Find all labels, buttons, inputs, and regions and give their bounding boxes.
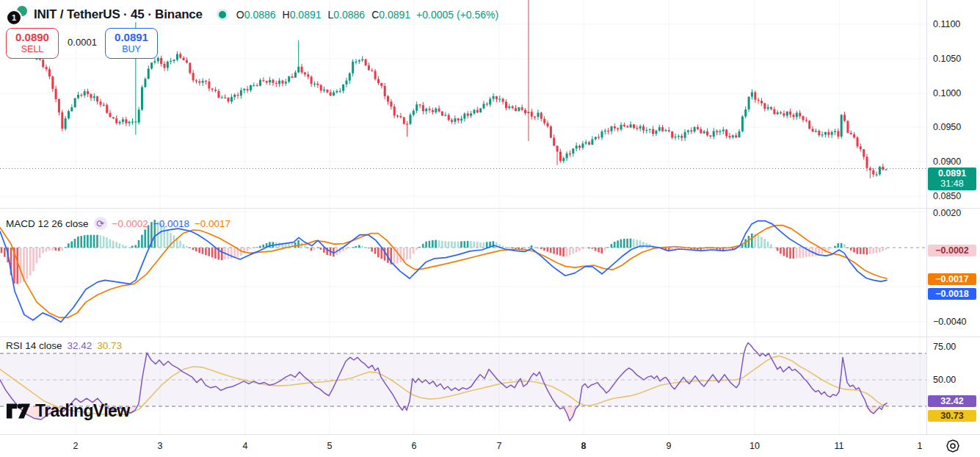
buy-label: BUY bbox=[122, 45, 141, 55]
sell-label: SELL bbox=[21, 45, 44, 55]
pane-separator-macd[interactable] bbox=[0, 208, 980, 209]
macd-value-badge: −0.0017 bbox=[928, 273, 976, 285]
rsi-tick: 75.00 bbox=[933, 342, 956, 352]
rsi-value: 32.42 bbox=[68, 340, 92, 351]
macd-refresh-icon[interactable]: ⟳ bbox=[94, 217, 107, 230]
spread-value: 0.0001 bbox=[65, 35, 100, 49]
sell-price: 0.0890 bbox=[15, 32, 49, 44]
buy-button[interactable]: 0.0891 BUY bbox=[105, 28, 158, 59]
tradingview-logo-text: TradingView bbox=[35, 401, 129, 421]
price-tick: 0.0900 bbox=[933, 156, 961, 167]
time-tick: 4 bbox=[243, 441, 248, 451]
init-logo-icon: 1 bbox=[6, 10, 22, 26]
macd-indicator-legend[interactable]: MACD 12 26 close ⟳ −0.0002 −0.0018 −0.00… bbox=[6, 217, 231, 230]
ohlc-readout: O0.0886H0.0891L0.0886C0.0891 bbox=[236, 9, 410, 21]
macd-line-value: −0.0018 bbox=[153, 218, 189, 229]
tradingview-logo-icon bbox=[6, 403, 31, 420]
ohlc-l: L0.0886 bbox=[328, 9, 366, 21]
price-tick: 0.1100 bbox=[933, 19, 960, 29]
tradingview-chart-window: 1 INIT / TetherUS · 45 · Binance O0.0886… bbox=[0, 0, 980, 457]
buy-price: 0.0891 bbox=[115, 32, 148, 44]
time-tick: 6 bbox=[412, 441, 417, 451]
market-status-dot-icon bbox=[219, 11, 226, 18]
time-tick: 10 bbox=[749, 441, 760, 451]
macd-value-badge: −0.0002 bbox=[928, 245, 976, 256]
price-tick: 0.0850 bbox=[933, 191, 961, 201]
time-tick: 5 bbox=[327, 441, 333, 451]
macd-tick: 0.0020 bbox=[933, 208, 961, 218]
time-tick: 8 bbox=[581, 441, 587, 451]
tradingview-watermark[interactable]: TradingView bbox=[6, 401, 129, 421]
rsi-tick: 50.00 bbox=[933, 375, 956, 385]
macd-hist-value: −0.0002 bbox=[112, 218, 148, 229]
symbol-pair-logo: 1 bbox=[6, 4, 28, 25]
rsi-value-badge: 32.42 bbox=[928, 395, 976, 407]
time-axis[interactable]: 2345678910111 bbox=[0, 434, 980, 457]
price-tick: 0.1000 bbox=[933, 88, 961, 98]
rsi-value-badge: 30.73 bbox=[928, 410, 976, 422]
macd-legend-title[interactable]: MACD 12 26 close bbox=[6, 218, 89, 229]
ohlc-o: O0.0886 bbox=[236, 9, 276, 21]
pane-separator-rsi[interactable] bbox=[0, 337, 980, 337]
time-tick: 2 bbox=[73, 441, 79, 451]
time-tick: 11 bbox=[835, 441, 844, 451]
sell-button[interactable]: 0.0890 SELL bbox=[6, 28, 59, 59]
last-price-badge: 0.0891 31:48 bbox=[928, 168, 976, 190]
macd-tick: −0.0040 bbox=[933, 317, 967, 327]
bar-countdown: 31:48 bbox=[928, 179, 976, 189]
rsi-indicator-legend[interactable]: RSI 14 close 32.42 30.73 bbox=[6, 340, 122, 351]
ohlc-c: C0.0891 bbox=[371, 9, 410, 21]
time-tick: 9 bbox=[667, 441, 672, 451]
time-tick: 7 bbox=[497, 441, 502, 451]
axis-settings-icon[interactable] bbox=[944, 439, 962, 453]
macd-signal-value: −0.0017 bbox=[195, 218, 231, 229]
macd-value-badge: −0.0018 bbox=[928, 288, 976, 300]
rsi-legend-title[interactable]: RSI 14 close bbox=[6, 340, 62, 351]
price-change: +0.0005 (+0.56%) bbox=[416, 9, 498, 21]
symbol-title[interactable]: INIT / TetherUS · 45 · Binance bbox=[34, 7, 203, 22]
price-tick: 0.1050 bbox=[933, 54, 961, 64]
time-tick: 3 bbox=[158, 441, 163, 451]
rsi-ma-value: 30.73 bbox=[97, 340, 122, 351]
price-axis[interactable]: 0.11000.10500.10000.09500.09000.08500.00… bbox=[926, 0, 980, 434]
chart-header: 1 INIT / TetherUS · 45 · Binance O0.0886… bbox=[6, 4, 498, 25]
price-tick: 0.0950 bbox=[933, 122, 961, 132]
ohlc-h: H0.0891 bbox=[283, 9, 322, 21]
last-price-value: 0.0891 bbox=[928, 168, 976, 179]
time-tick: 1 bbox=[918, 441, 923, 451]
